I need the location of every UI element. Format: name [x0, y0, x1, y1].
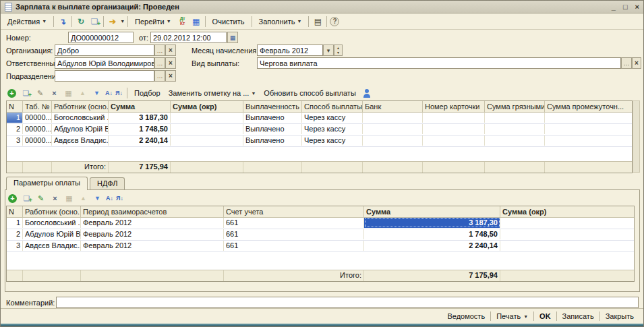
move-down-button[interactable]: ▼	[92, 193, 103, 204]
edit-row-button[interactable]: ✎	[34, 88, 46, 98]
report-grid-icon[interactable]: ▦	[190, 16, 202, 27]
close-form-button[interactable]: Закрыть	[600, 312, 639, 320]
column-header[interactable]: Сумма промежуточн...	[545, 101, 632, 113]
cell[interactable]: 1 748,50	[364, 229, 500, 239]
cell[interactable]: Февраль 2012	[81, 218, 224, 228]
cell[interactable]: 1	[7, 218, 23, 228]
column-header[interactable]: Сумма (окр)	[171, 101, 243, 113]
column-header[interactable]: N	[7, 101, 23, 113]
title-bar[interactable]: Зарплата к выплате организаций: Проведен…	[1, 1, 643, 13]
responsible-select-button[interactable]: …	[154, 57, 165, 69]
cell[interactable]: 2	[7, 229, 23, 239]
chevron-down-icon[interactable]: ▼	[120, 19, 125, 24]
cell[interactable]	[423, 113, 485, 123]
cell[interactable]: 1 748,50	[109, 124, 171, 134]
month-input[interactable]: Февраль 2012	[257, 44, 323, 56]
tab-ndfl[interactable]: НДФЛ	[90, 177, 125, 189]
cell[interactable]: Февраль 2012	[81, 229, 224, 239]
cell[interactable]: Выплачено	[243, 136, 302, 146]
replace-mark-button[interactable]: Заменить отметку на ...▼	[166, 89, 259, 97]
table-row[interactable]: 1 00000... Богословський ... 3 187,30 Вы…	[7, 113, 632, 124]
cell[interactable]: Через кассу	[302, 136, 363, 146]
clear-button[interactable]: Очистить	[208, 16, 249, 28]
cell[interactable]	[171, 113, 243, 123]
refresh-icon[interactable]: ↻	[75, 16, 87, 27]
column-header[interactable]: Выплаченность	[243, 101, 302, 113]
cell[interactable]	[423, 124, 485, 134]
delete-row-button[interactable]: ×	[49, 193, 61, 204]
save-grid-button[interactable]: ▦	[63, 193, 75, 204]
edit-row-button[interactable]: ✎	[35, 193, 47, 204]
update-payment-method-button[interactable]: Обновить способ выплаты	[261, 89, 358, 97]
table-row[interactable]: 2 Абдулов Юрій В... Февраль 2012 661 1 7…	[7, 229, 634, 241]
cell[interactable]: Выплачено	[243, 113, 302, 123]
column-header[interactable]: Сумма	[364, 206, 500, 218]
number-input[interactable]: ДО000000012	[68, 32, 134, 43]
cell[interactable]: 1	[7, 113, 23, 123]
pick-button[interactable]: Подбор	[131, 89, 163, 97]
month-spinner[interactable]: ▴▾	[334, 44, 343, 56]
cell[interactable]: 3 187,30	[364, 218, 500, 228]
responsible-input[interactable]: Абдулов Юрій Володимирович	[55, 57, 154, 69]
organization-clear-button[interactable]: ×	[165, 44, 176, 56]
add-row-button[interactable]: +	[7, 193, 18, 204]
move-up-button[interactable]: ▲	[77, 88, 88, 98]
sort-desc-button[interactable]: Я↓	[116, 195, 123, 202]
cell[interactable]: Абдулов Юрій В...	[23, 229, 81, 239]
cell[interactable]: Выплачено	[243, 124, 302, 134]
person-refresh-icon[interactable]	[361, 88, 372, 98]
cell[interactable]: Авдєєв Владис...	[23, 241, 81, 251]
cell[interactable]	[485, 113, 545, 123]
column-header[interactable]: N	[7, 206, 23, 218]
organization-select-button[interactable]: …	[154, 44, 165, 56]
sort-asc-button[interactable]: А↓	[105, 90, 113, 96]
payment-kind-input[interactable]: Чергова виплата	[257, 57, 621, 69]
cell[interactable]: 661	[224, 229, 364, 239]
cell[interactable]	[500, 218, 634, 228]
column-header[interactable]: Таб. №	[23, 101, 52, 113]
cell[interactable]: Авдєєв Владис...	[52, 136, 109, 146]
save-button[interactable]: Записать	[557, 312, 599, 320]
cell[interactable]: 3 187,30	[109, 113, 171, 123]
responsible-clear-button[interactable]: ×	[165, 57, 176, 69]
vedomost-button[interactable]: Ведомость	[442, 312, 490, 320]
column-header[interactable]: Сумма (окр)	[500, 206, 634, 218]
month-dropdown-button[interactable]: ▾	[323, 44, 334, 56]
sort-asc-button[interactable]: А↓	[106, 195, 113, 202]
help-icon[interactable]: ?	[330, 17, 339, 26]
department-input[interactable]	[55, 70, 154, 82]
table-row[interactable]: 2 00000... Абдулов Юрій В... 1 748,50 Вы…	[7, 124, 632, 136]
column-header[interactable]: Работник (осно...	[52, 101, 109, 113]
comment-input[interactable]	[56, 297, 639, 308]
organization-input[interactable]: Добро	[55, 44, 154, 56]
sort-desc-button[interactable]: Я↓	[115, 90, 123, 96]
cell[interactable]: 00000...	[23, 124, 52, 134]
column-header[interactable]: Банк	[363, 101, 423, 113]
column-header[interactable]: Счет учета	[224, 206, 364, 218]
cell[interactable]	[500, 241, 634, 251]
cell[interactable]: 00000...	[23, 136, 52, 146]
cell[interactable]	[363, 113, 423, 123]
save-grid-button[interactable]: ▦	[63, 88, 74, 98]
cell[interactable]: 2 240,14	[364, 241, 500, 251]
actions-menu-button[interactable]: Действия▼	[3, 16, 51, 28]
table-row[interactable]: 3 00000... Авдєєв Владис... 2 240,14 Вып…	[7, 136, 632, 147]
cell[interactable]: 2 240,14	[109, 136, 171, 146]
tab-payment-params[interactable]: Параметры оплаты	[6, 177, 88, 190]
delete-row-button[interactable]: ×	[49, 88, 60, 98]
copy-row-button[interactable]: ❏+	[20, 88, 32, 98]
date-input[interactable]: 29.02.2012 12:00	[150, 32, 227, 43]
close-button[interactable]: ×	[635, 3, 639, 11]
post-document-icon[interactable]: ↴	[57, 16, 69, 27]
column-header[interactable]: Работник (осно...	[23, 206, 81, 218]
column-header[interactable]: Номер карточки	[423, 101, 485, 113]
cell[interactable]	[485, 124, 545, 134]
cell[interactable]: Февраль 2012	[81, 241, 224, 251]
cell[interactable]: Богословський ...	[52, 113, 109, 123]
scrollbar[interactable]	[633, 100, 640, 173]
cell[interactable]: Через кассу	[302, 113, 363, 123]
add-row-button[interactable]: +	[6, 88, 18, 98]
column-header[interactable]: Способ выплаты	[302, 101, 363, 113]
department-clear-button[interactable]: ×	[165, 70, 176, 82]
cell[interactable]	[545, 113, 632, 123]
